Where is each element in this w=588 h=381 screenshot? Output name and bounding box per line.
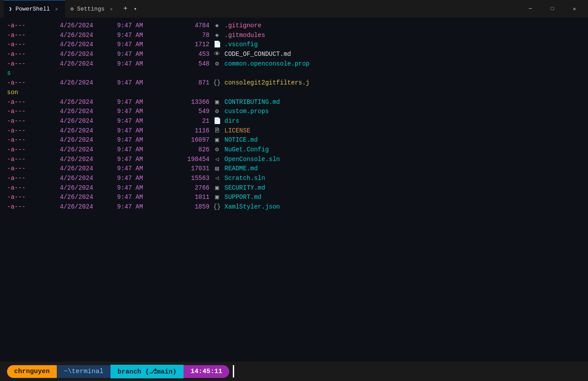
tab-settings-label: Settings	[77, 6, 104, 12]
table-row: -a--- 4/26/2024 9:47 AM 453 👁 CODE_OF_CO…	[7, 50, 581, 59]
table-row: -a--- 4/26/2024 9:47 AM 2766 ▣ SECURITY.…	[7, 183, 581, 193]
table-row: -a--- 4/26/2024 9:47 AM 549 ⚙ custom.pro…	[7, 107, 581, 117]
terminal-content: -a--- 4/26/2024 9:47 AM 4784 ◈ .gitignor…	[0, 18, 588, 362]
table-row: -a--- 4/26/2024 9:47 AM 1011 ▣ SUPPORT.m…	[7, 193, 581, 202]
statusbar: chrnguyen ~\terminal branch (⎇main) 14:4…	[0, 362, 588, 381]
tab-powershell-close[interactable]: ✕	[53, 5, 60, 13]
close-button[interactable]: ✕	[564, 0, 584, 18]
tab-settings[interactable]: ⚙ Settings ✕	[65, 0, 120, 18]
tab-powershell-label: PowerShell	[15, 6, 50, 12]
table-row: -a--- 4/26/2024 9:47 AM 17031 ▤ README.m…	[7, 164, 581, 174]
new-tab-button[interactable]: +	[120, 3, 131, 15]
table-row: -a--- 4/26/2024 9:47 AM 21 📄 dirs	[7, 117, 581, 126]
tab-powershell[interactable]: ❯ PowerShell ✕	[4, 0, 65, 18]
table-row: -a--- 4/26/2024 9:47 AM 15563 ◁ Scratch.…	[7, 174, 581, 183]
status-user: chrnguyen	[7, 365, 57, 378]
table-row: -a--- 4/26/2024 9:47 AM 1116 🖹 LICENSE	[7, 126, 581, 136]
table-row: -a--- 4/26/2024 9:47 AM 16097 ▣ NOTICE.m…	[7, 136, 581, 145]
table-row: -a--- 4/26/2024 9:47 AM 826 ⚙ NuGet.Conf…	[7, 145, 581, 155]
titlebar: ❯ PowerShell ✕ ⚙ Settings ✕ + ▾ ─ □ ✕	[0, 0, 588, 18]
tab-settings-close[interactable]: ✕	[108, 5, 115, 13]
terminal-cursor	[233, 365, 234, 377]
table-row: -a--- 4/26/2024 9:47 AM 78 ◈ .gitmodules	[7, 31, 581, 40]
branch-label: branch	[118, 368, 141, 376]
minimize-button[interactable]: ─	[520, 0, 540, 18]
table-row: -a--- 4/26/2024 9:47 AM 13366 ▣ CONTRIBU…	[7, 98, 581, 107]
status-path: ~\terminal	[57, 365, 110, 378]
window-controls: ─ □ ✕	[520, 0, 584, 18]
status-branch: branch (⎇main)	[110, 365, 184, 378]
settings-icon: ⚙	[70, 6, 74, 12]
status-time: 14:45:11	[184, 365, 229, 378]
table-row: -a--- 4/26/2024 9:47 AM 1712 📄 .vsconfig	[7, 40, 581, 50]
table-row: -a--- 4/26/2024 9:47 AM 548 ⚙ common.ope…	[7, 59, 581, 78]
powershell-icon: ❯	[9, 6, 12, 12]
branch-icon-symbol: ⎇	[149, 368, 157, 376]
table-row: -a--- 4/26/2024 9:47 AM 871 {} consolegi…	[7, 78, 581, 97]
table-row: -a--- 4/26/2024 9:47 AM 1859 {} XamlStyl…	[7, 202, 581, 212]
tab-dropdown-button[interactable]: ▾	[131, 4, 140, 14]
table-row: -a--- 4/26/2024 9:47 AM 4784 ◈ .gitignor…	[7, 21, 581, 31]
branch-icon: (	[145, 368, 149, 376]
branch-name: main	[157, 368, 173, 376]
table-row: -a--- 4/26/2024 9:47 AM 198454 ◁ OpenCon…	[7, 155, 581, 165]
maximize-button[interactable]: □	[542, 0, 562, 18]
